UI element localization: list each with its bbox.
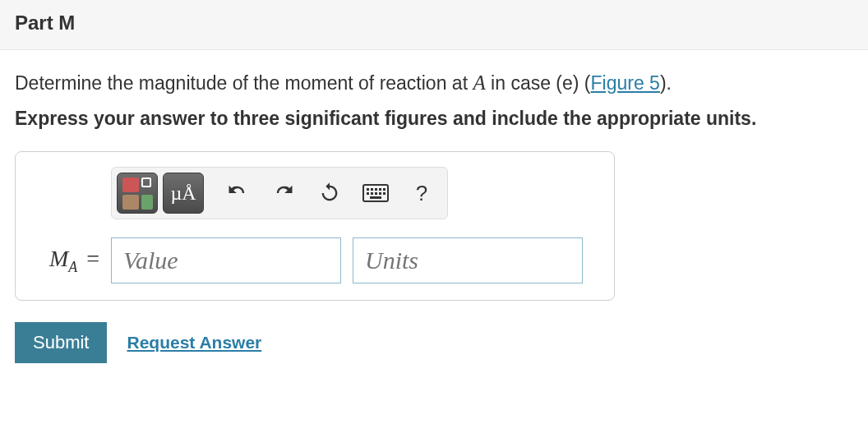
- keyboard-button[interactable]: [355, 173, 396, 214]
- redo-icon: [272, 182, 295, 205]
- question-suffix: ).: [660, 72, 672, 94]
- svg-rect-1: [367, 188, 369, 191]
- request-answer-link[interactable]: Request Answer: [127, 333, 261, 353]
- redo-button[interactable]: [263, 173, 304, 214]
- submit-button[interactable]: Submit: [15, 322, 107, 363]
- variable-label: MA =: [32, 246, 99, 276]
- submit-row: Submit Request Answer: [15, 322, 853, 363]
- variable-symbol: M: [49, 246, 68, 271]
- undo-button[interactable]: [217, 173, 258, 214]
- variable-subscript: A: [68, 259, 77, 275]
- templates-icon: [122, 177, 153, 210]
- part-title: Part M: [15, 12, 853, 35]
- special-chars-button[interactable]: µÅ: [163, 173, 204, 214]
- templates-button[interactable]: [117, 173, 158, 214]
- svg-rect-9: [379, 192, 381, 195]
- answer-box: µÅ ? MA =: [15, 151, 615, 301]
- reset-button[interactable]: [309, 173, 350, 214]
- instruction-text: Express your answer to three significant…: [15, 108, 853, 130]
- units-input[interactable]: [353, 237, 583, 283]
- svg-rect-10: [383, 192, 386, 195]
- mu-a-icon: µÅ: [170, 182, 196, 205]
- question-text: Determine the magnitude of the moment of…: [15, 68, 853, 98]
- question-variable: A: [473, 71, 485, 94]
- figure-link[interactable]: Figure 5: [591, 72, 660, 94]
- undo-icon: [226, 182, 249, 205]
- help-button[interactable]: ?: [401, 173, 442, 214]
- svg-rect-7: [371, 192, 373, 195]
- question-content: Determine the magnitude of the moment of…: [0, 50, 868, 378]
- svg-rect-11: [370, 196, 381, 199]
- question-prefix: Determine the magnitude of the moment of…: [15, 72, 473, 94]
- question-middle: in case (e) (: [486, 72, 591, 94]
- answer-row: MA =: [32, 237, 599, 283]
- answer-toolbar: µÅ ?: [111, 167, 448, 219]
- svg-rect-5: [383, 188, 386, 191]
- reset-icon: [318, 182, 341, 205]
- value-input[interactable]: [111, 237, 341, 283]
- equals-sign: =: [86, 246, 99, 271]
- svg-rect-8: [375, 192, 377, 195]
- svg-rect-4: [379, 188, 381, 191]
- svg-rect-6: [367, 192, 369, 195]
- part-header: Part M: [0, 0, 868, 50]
- svg-rect-2: [371, 188, 373, 191]
- help-icon: ?: [416, 181, 427, 206]
- keyboard-icon: [362, 184, 389, 202]
- svg-rect-3: [375, 188, 377, 191]
